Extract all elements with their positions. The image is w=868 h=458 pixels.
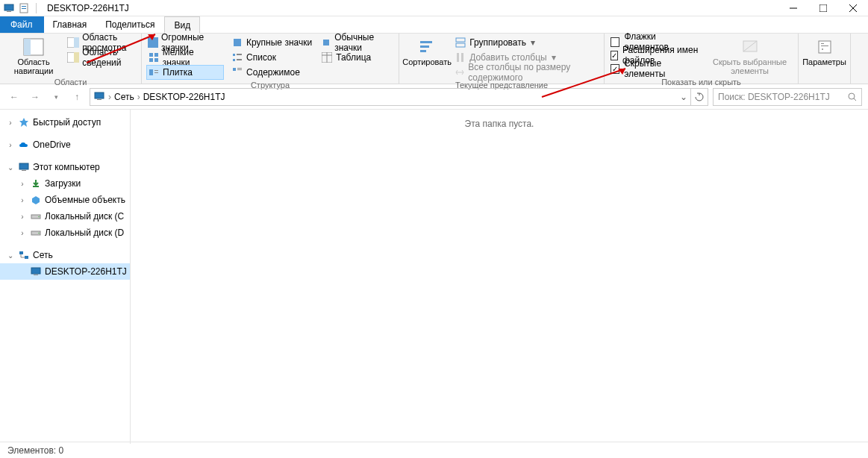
tab-file[interactable]: Файл [0,16,44,33]
minimize-button[interactable] [778,0,808,16]
up-button[interactable]: ↑ [69,89,85,105]
search-input[interactable]: Поиск: DESKTOP-226H1TJ [713,88,862,106]
svg-rect-67 [34,275,38,275]
svg-rect-45 [819,41,831,53]
forward-button[interactable]: → [27,89,43,105]
refresh-button[interactable] [690,88,708,106]
preview-pane-icon [67,37,79,48]
sidebar-3d-objects[interactable]: › Объемные объекть [0,192,130,208]
group-by-button[interactable]: Группировать▾ [453,35,599,50]
details-pane-button[interactable]: Область сведений [66,50,137,65]
tab-home[interactable]: Главная [44,16,97,33]
sidebar-local-d[interactable]: › Локальный диск (D [0,225,130,241]
svg-rect-36 [420,46,429,48]
sidebar-quick-access[interactable]: › Быстрый доступ [0,114,130,131]
close-button[interactable] [838,0,868,16]
svg-rect-17 [323,40,329,46]
layout-tiles[interactable]: Плитка [146,65,224,80]
svg-rect-66 [31,268,40,274]
svg-point-48 [822,48,823,50]
options-icon [813,37,837,57]
svg-rect-62 [19,251,23,254]
svg-rect-38 [456,38,465,42]
back-button[interactable]: ← [6,89,22,105]
computer-icon [18,161,30,173]
empty-folder-text: Эта папка пуста. [465,119,534,444]
layout-table[interactable]: Таблица [319,50,394,65]
sidebar-this-pc[interactable]: ⌄ Этот компьютер [0,159,130,175]
layout-content[interactable]: Содержимое [230,65,313,80]
downloads-icon [30,178,42,189]
svg-rect-22 [233,54,235,56]
svg-rect-54 [19,163,28,169]
search-icon [848,92,857,101]
drive-icon [30,227,42,239]
star-icon [18,116,30,128]
cloud-icon [18,139,30,151]
svg-marker-57 [32,196,40,204]
svg-rect-19 [154,53,158,57]
svg-rect-6 [819,4,827,12]
sidebar-downloads[interactable]: › Загрузки [0,175,130,192]
svg-rect-12 [74,37,79,48]
svg-rect-31 [154,72,158,73]
search-placeholder: Поиск: DESKTOP-226H1TJ [718,92,845,102]
svg-rect-3 [22,6,26,7]
breadcrumb[interactable]: › Сеть › DESKTOP-226H1TJ ⌄ [90,88,691,106]
svg-rect-15 [148,37,158,48]
size-columns-button[interactable]: Все столбцы по размеру содержимого [453,65,599,80]
svg-rect-29 [149,69,153,75]
window-title: DESKTOP-226H1TJ [47,3,129,13]
hide-selected-button[interactable]: Скрыть выбранные элементы [706,35,793,77]
computer-icon [30,266,42,277]
content-area: Эта папка пуста. [131,110,868,444]
recent-button[interactable]: ▾ [48,89,64,105]
sidebar-network[interactable]: ⌄ Сеть [0,247,130,263]
nav-pane-button[interactable]: Область навигации [4,35,63,77]
maximize-button[interactable] [808,0,838,16]
dropdown-icon[interactable]: ⌄ [680,92,687,102]
details-pane-icon [67,51,79,63]
svg-rect-0 [4,4,13,10]
breadcrumb-host[interactable]: DESKTOP-226H1TJ [143,92,225,102]
sidebar-local-c[interactable]: › Локальный диск (C [0,208,130,225]
layout-large[interactable]: Крупные значки [230,35,313,50]
addressbar: ← → ▾ ↑ › Сеть › DESKTOP-226H1TJ ⌄ Поиск… [0,84,868,110]
svg-rect-47 [821,46,828,46]
svg-rect-16 [234,39,241,46]
sidebar-onedrive[interactable]: › OneDrive [0,137,130,153]
sidebar-network-host[interactable]: DESKTOP-226H1TJ [0,263,130,280]
svg-rect-25 [237,59,242,60]
sort-button[interactable]: Сортировать [404,35,450,68]
svg-rect-32 [233,68,236,71]
svg-rect-18 [149,53,153,57]
svg-point-51 [849,93,855,99]
svg-rect-10 [24,39,31,55]
layout-medium[interactable]: Обычные значки [319,35,394,50]
show-group-label: Показать или скрыть [609,77,793,87]
svg-rect-63 [25,256,28,259]
cube-icon [30,194,42,206]
breadcrumb-network[interactable]: Сеть [114,92,134,102]
svg-rect-1 [7,11,11,12]
tab-view[interactable]: Вид [164,16,200,34]
svg-rect-35 [420,41,432,43]
svg-rect-50 [97,99,102,100]
svg-rect-20 [149,58,153,62]
drive-icon [30,210,42,222]
svg-rect-34 [237,69,242,70]
svg-rect-39 [456,43,465,47]
tab-share[interactable]: Поделиться [96,16,164,33]
ribbon: Область навигации Область просмотра Обла… [0,34,868,84]
layout-small[interactable]: Мелкие значки [146,50,224,65]
options-button[interactable]: Параметры [803,35,846,68]
svg-rect-49 [95,92,104,98]
nav-pane-icon [22,37,46,57]
svg-line-52 [854,98,856,101]
network-icon [18,249,30,261]
svg-point-59 [38,216,39,217]
ribbon-tabs: Файл Главная Поделиться Вид [0,16,868,34]
panes-group-label: Области [4,77,137,87]
layout-list[interactable]: Список [230,50,313,65]
properties-icon[interactable] [18,2,30,14]
